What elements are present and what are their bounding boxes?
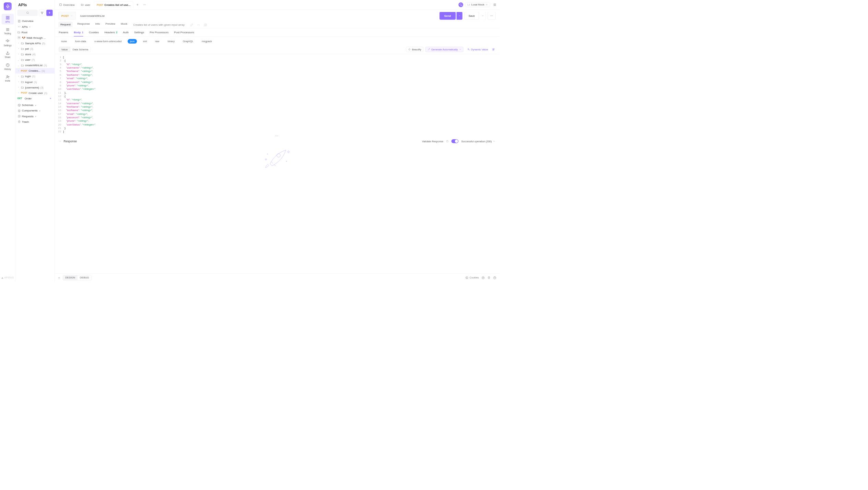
bodytype-binary[interactable]: binary xyxy=(165,39,177,44)
innertab-cookies[interactable]: Cookies xyxy=(89,31,99,36)
dynamic-value-button[interactable]: Dynamic Value xyxy=(465,47,490,52)
sidebar-item-creates-list[interactable]: › POST Creates... (1) xyxy=(15,68,55,73)
rail-invite[interactable]: Invite xyxy=(1,73,14,84)
sidebar-item-order[interactable]: GET Order xyxy=(15,96,55,101)
environment-select[interactable]: Lo Local Mock xyxy=(465,2,490,7)
subtab-request[interactable]: Request xyxy=(58,22,72,27)
resize-handle[interactable]: ••• xyxy=(55,135,499,137)
rail-history[interactable]: History xyxy=(1,61,14,72)
sidebar-item-create-user[interactable]: › POST Create user (1) xyxy=(15,90,55,96)
innertab-headers[interactable]: Headers2 xyxy=(104,31,117,36)
subtab-response[interactable]: Response xyxy=(77,22,91,27)
url-input[interactable]: /user/createWithList xyxy=(78,12,438,20)
generate-button[interactable]: Generate Automatically xyxy=(425,47,464,52)
response-toggle[interactable] xyxy=(59,140,61,143)
search-input[interactable] xyxy=(17,10,38,16)
sparkle-icon xyxy=(408,48,411,50)
bodytype-x-www-form-urlencoded[interactable]: x-www-form-urlencoded xyxy=(92,39,124,44)
footer-debug-tab[interactable]: DEBUG xyxy=(78,275,91,280)
response-label: Response xyxy=(63,140,77,143)
innertab-pre[interactable]: Pre Processors xyxy=(150,31,168,36)
schema-tab[interactable]: Data Schema xyxy=(70,47,91,52)
subtab-preview[interactable]: Preview xyxy=(105,22,116,27)
page-icon xyxy=(59,3,62,6)
help-button[interactable] xyxy=(493,276,496,279)
svg-point-0 xyxy=(7,7,8,8)
innertab-params[interactable]: Params xyxy=(59,31,68,36)
sidebar-item-login[interactable]: › login (1) xyxy=(15,73,55,79)
request-more-button[interactable] xyxy=(488,12,495,20)
app-logo[interactable] xyxy=(4,2,12,10)
tab-active[interactable]: POST Creates list of use... xyxy=(94,1,133,9)
plus-icon xyxy=(136,3,139,6)
bodytype-msgpack[interactable]: msgpack xyxy=(199,39,214,44)
sidebar-item-user[interactable]: ⌄ user (7) xyxy=(15,57,55,62)
footer-design-tab[interactable]: DESIGN xyxy=(63,275,77,280)
folder-icon xyxy=(17,31,21,34)
menu-button[interactable] xyxy=(492,2,497,7)
cookies-button[interactable]: Cookies xyxy=(465,276,479,279)
send-dropdown[interactable] xyxy=(457,12,462,20)
panel-icon[interactable] xyxy=(204,23,207,26)
bodytype-none[interactable]: none xyxy=(59,39,69,44)
sidebar-item-pet[interactable]: › pet (3) xyxy=(15,46,55,51)
rail-testing[interactable]: Testing xyxy=(1,26,14,36)
status-select[interactable]: Successful operation (200) xyxy=(461,140,495,143)
avatar[interactable] xyxy=(458,2,463,7)
format-button[interactable] xyxy=(492,48,495,51)
filter-button[interactable] xyxy=(39,10,45,16)
bodytype-form-data[interactable]: form-data xyxy=(73,39,89,44)
align-icon xyxy=(492,48,495,51)
innertab-post[interactable]: Post Processors xyxy=(174,31,194,36)
save-button[interactable]: Save xyxy=(465,12,479,20)
sidebar-item-username[interactable]: › {username} (3) xyxy=(15,85,55,90)
subtab-info[interactable]: Info xyxy=(95,22,101,27)
json-editor[interactable]: 12345678910111213141516171819202122 [ { … xyxy=(55,54,499,135)
link-icon[interactable] xyxy=(190,23,193,26)
save-dropdown[interactable] xyxy=(480,12,485,20)
trash-button[interactable] xyxy=(488,276,491,279)
bodytype-GraphQL[interactable]: GraphQL xyxy=(180,39,196,44)
sidebar-item-store[interactable]: › store (4) xyxy=(15,51,55,57)
bodytype-xml[interactable]: xml xyxy=(141,39,149,44)
sidebar-item-schemas[interactable]: Schemas ▸ xyxy=(15,102,55,108)
sidebar-item-trash[interactable]: Trash xyxy=(15,119,55,124)
sidebar-item-walkthrough[interactable]: M 🐶 Walk through ... xyxy=(15,35,55,40)
sidebar-item-createwithlist[interactable]: ⌄ createWithList (1) xyxy=(15,62,55,68)
tabs-more-button[interactable] xyxy=(141,1,148,8)
sidebar-item-components[interactable]: Components ▸ xyxy=(15,108,55,113)
code-icon[interactable] xyxy=(197,23,200,26)
bodytype-json[interactable]: json xyxy=(128,39,137,44)
validate-toggle[interactable] xyxy=(451,139,459,143)
new-tab-button[interactable] xyxy=(134,1,140,8)
svg-rect-4 xyxy=(8,18,9,19)
sidebar-item-apis[interactable]: APIs ▸ xyxy=(15,24,55,29)
method-select[interactable]: POST xyxy=(58,12,76,20)
collapse-button[interactable] xyxy=(58,276,61,279)
send-button[interactable]: Send xyxy=(439,12,456,20)
beautify-button[interactable]: Beautify xyxy=(406,47,423,52)
tab-overview[interactable]: Overview xyxy=(56,1,77,8)
rail-apis[interactable]: APIs xyxy=(1,14,14,24)
sidebar-item-sample[interactable]: › Sample APIs (5) xyxy=(15,40,55,46)
innertab-auth[interactable]: Auth xyxy=(123,31,129,36)
trash-icon xyxy=(488,276,491,279)
bodytype-raw[interactable]: raw xyxy=(153,39,162,44)
innertab-body[interactable]: Body1 xyxy=(74,31,83,36)
sidebar-item-logout[interactable]: › logout (1) xyxy=(15,79,55,85)
page-icon xyxy=(18,20,21,23)
tab-user[interactable]: user xyxy=(78,1,93,8)
upload-button[interactable] xyxy=(482,276,485,279)
help-icon[interactable] xyxy=(446,140,448,142)
sidebar-item-root[interactable]: Root xyxy=(15,29,55,35)
sidebar-item-requests[interactable]: Requests ▸ xyxy=(15,113,55,119)
rail-settings[interactable]: Settings xyxy=(1,37,14,48)
rail-share[interactable]: Share xyxy=(1,49,14,60)
innertab-settings[interactable]: Settings xyxy=(134,31,144,36)
sidebar-item-overview[interactable]: Overview xyxy=(15,18,55,24)
svg-rect-3 xyxy=(6,18,7,19)
subtab-mock[interactable]: Mock xyxy=(120,22,128,27)
add-button[interactable] xyxy=(46,10,52,16)
empty-response-illustration xyxy=(55,145,499,273)
value-tab[interactable]: Value xyxy=(59,47,70,52)
